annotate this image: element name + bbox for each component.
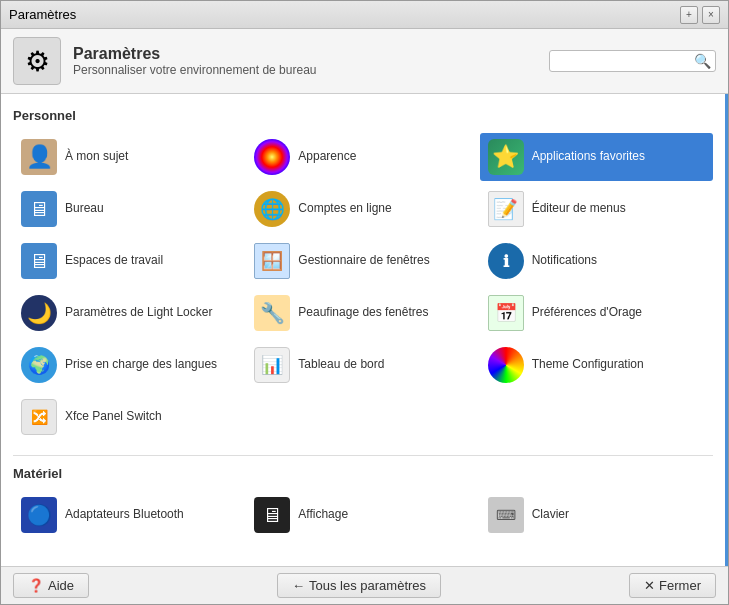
icon-theme	[488, 347, 524, 383]
app-subtitle: Personnaliser votre environnement de bur…	[73, 63, 316, 77]
item-gestionnaire-fenetres[interactable]: 🪟 Gestionnaire de fenêtres	[246, 237, 479, 285]
item-applications-favorites[interactable]: ⭐ Applications favorites	[480, 133, 713, 181]
icon-favorites: ⭐	[488, 139, 524, 175]
section-title-personnel: Personnel	[13, 108, 713, 123]
fermer-icon: ✕	[644, 578, 655, 593]
personnel-grid: 👤 À mon sujet Apparence ⭐ Applications f…	[13, 133, 713, 441]
label-a-mon-sujet: À mon sujet	[65, 149, 128, 165]
titlebar-left: Paramètres	[9, 7, 76, 22]
icon-lang: 🌍	[21, 347, 57, 383]
label-xfce-panel-switch: Xfce Panel Switch	[65, 409, 162, 425]
icon-appearance	[254, 139, 290, 175]
app-icon: ⚙	[13, 37, 61, 85]
fermer-label: Fermer	[659, 578, 701, 593]
content-area: Personnel 👤 À mon sujet Apparence ⭐ Appl…	[1, 94, 728, 566]
item-prise-en-charge-langues[interactable]: 🌍 Prise en charge des langues	[13, 341, 246, 389]
fermer-button[interactable]: ✕ Fermer	[629, 573, 716, 598]
item-light-locker[interactable]: 🌙 Paramètres de Light Locker	[13, 289, 246, 337]
label-preferences-orage: Préférences d'Orage	[532, 305, 642, 321]
icon-panelswitch: 🔀	[21, 399, 57, 435]
icon-clavier: ⌨	[488, 497, 524, 533]
label-bluetooth: Adaptateurs Bluetooth	[65, 507, 184, 523]
item-affichage[interactable]: 🖥 Affichage	[246, 491, 479, 539]
icon-tableau: 📊	[254, 347, 290, 383]
aide-button[interactable]: ❓ Aide	[13, 573, 89, 598]
close-button[interactable]: ×	[702, 6, 720, 24]
search-box[interactable]: 🔍	[549, 50, 716, 72]
titlebar-title: Paramètres	[9, 7, 76, 22]
icon-lightlocker: 🌙	[21, 295, 57, 331]
label-gestionnaire-fenetres: Gestionnaire de fenêtres	[298, 253, 429, 269]
item-comptes-en-ligne[interactable]: 🌐 Comptes en ligne	[246, 185, 479, 233]
label-editeur-de-menus: Éditeur de menus	[532, 201, 626, 217]
icon-bureau: 🖥	[21, 191, 57, 227]
label-comptes-en-ligne: Comptes en ligne	[298, 201, 391, 217]
header: ⚙ Paramètres Personnaliser votre environ…	[1, 29, 728, 94]
header-left: ⚙ Paramètres Personnaliser votre environ…	[13, 37, 316, 85]
search-input[interactable]	[554, 54, 694, 69]
icon-notif: ℹ	[488, 243, 524, 279]
label-affichage: Affichage	[298, 507, 348, 523]
label-applications-favorites: Applications favorites	[532, 149, 645, 165]
item-bluetooth[interactable]: 🔵 Adaptateurs Bluetooth	[13, 491, 246, 539]
label-apparence: Apparence	[298, 149, 356, 165]
label-theme-configuration: Theme Configuration	[532, 357, 644, 373]
item-a-mon-sujet[interactable]: 👤 À mon sujet	[13, 133, 246, 181]
label-clavier: Clavier	[532, 507, 569, 523]
label-light-locker: Paramètres de Light Locker	[65, 305, 212, 321]
item-xfce-panel-switch[interactable]: 🔀 Xfce Panel Switch	[13, 393, 246, 441]
item-tableau-de-bord[interactable]: 📊 Tableau de bord	[246, 341, 479, 389]
item-editeur-de-menus[interactable]: 📝 Éditeur de menus	[480, 185, 713, 233]
params-icon: ←	[292, 578, 305, 593]
label-prise-en-charge-langues: Prise en charge des langues	[65, 357, 217, 373]
label-notifications: Notifications	[532, 253, 597, 269]
params-label: Tous les paramètres	[309, 578, 426, 593]
icon-gestfenetre: 🪟	[254, 243, 290, 279]
app-title: Paramètres	[73, 45, 316, 63]
icon-bluetooth: 🔵	[21, 497, 57, 533]
item-preferences-orage[interactable]: 📅 Préférences d'Orage	[480, 289, 713, 337]
icon-user: 👤	[21, 139, 57, 175]
tous-params-button[interactable]: ← Tous les paramètres	[277, 573, 441, 598]
label-espaces-de-travail: Espaces de travail	[65, 253, 163, 269]
item-apparence[interactable]: Apparence	[246, 133, 479, 181]
titlebar-controls: + ×	[680, 6, 720, 24]
section-title-materiel: Matériel	[13, 466, 713, 481]
main-window: Paramètres + × ⚙ Paramètres Personnalise…	[0, 0, 729, 605]
icon-affichage: 🖥	[254, 497, 290, 533]
item-clavier[interactable]: ⌨ Clavier	[480, 491, 713, 539]
maximize-button[interactable]: +	[680, 6, 698, 24]
item-theme-configuration[interactable]: Theme Configuration	[480, 341, 713, 389]
footer: ❓ Aide ← Tous les paramètres ✕ Fermer	[1, 566, 728, 604]
icon-orage: 📅	[488, 295, 524, 331]
item-notifications[interactable]: ℹ Notifications	[480, 237, 713, 285]
titlebar: Paramètres + ×	[1, 1, 728, 29]
section-separator	[13, 455, 713, 456]
header-text: Paramètres Personnaliser votre environne…	[73, 45, 316, 77]
item-bureau[interactable]: 🖥 Bureau	[13, 185, 246, 233]
label-peaufinage-fenetres: Peaufinage des fenêtres	[298, 305, 428, 321]
materiel-grid: 🔵 Adaptateurs Bluetooth 🖥 Affichage ⌨ Cl…	[13, 491, 713, 539]
label-bureau: Bureau	[65, 201, 104, 217]
icon-comptes: 🌐	[254, 191, 290, 227]
icon-peaufinage: 🔧	[254, 295, 290, 331]
label-tableau-de-bord: Tableau de bord	[298, 357, 384, 373]
aide-label: Aide	[48, 578, 74, 593]
icon-espaces: 🖥	[21, 243, 57, 279]
icon-editeur: 📝	[488, 191, 524, 227]
item-peaufinage-fenetres[interactable]: 🔧 Peaufinage des fenêtres	[246, 289, 479, 337]
item-espaces-de-travail[interactable]: 🖥 Espaces de travail	[13, 237, 246, 285]
aide-icon: ❓	[28, 578, 44, 593]
search-icon: 🔍	[694, 53, 711, 69]
